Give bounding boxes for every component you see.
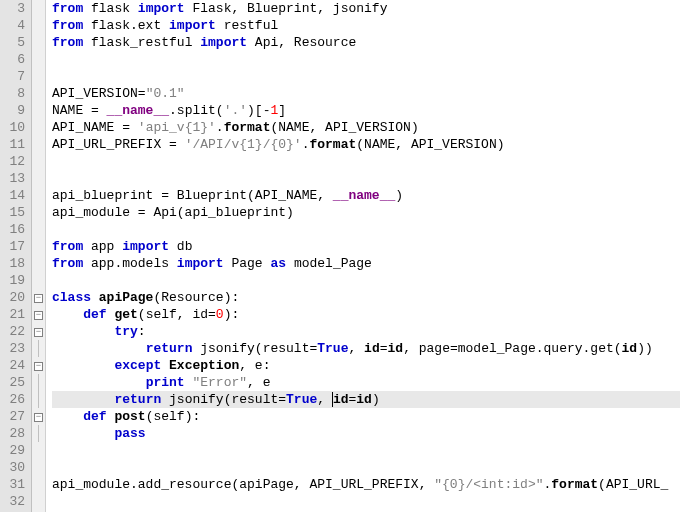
line-number: 4 [4,17,25,34]
code-token: .split( [169,103,224,118]
code-token: return [114,392,169,407]
fold-marker [32,34,45,51]
line-number: 9 [4,102,25,119]
code-token: api_module = Api(api_blueprint) [52,205,294,220]
line-number: 6 [4,51,25,68]
fold-marker [32,340,45,357]
code-line[interactable] [52,153,680,170]
code-line[interactable]: except Exception, e: [52,357,680,374]
fold-marker[interactable]: − [32,357,45,374]
code-token: jsonify(result= [169,392,286,407]
code-token: import [169,18,224,33]
code-token: '/API/v{1}/{0}' [185,137,302,152]
code-token: , [317,392,333,407]
code-line[interactable]: from flask import Flask, Blueprint, json… [52,0,680,17]
code-token: return [146,341,201,356]
code-line[interactable] [52,221,680,238]
code-token: (Resource): [153,290,239,305]
code-line[interactable]: NAME = __name__.split('.')[-1] [52,102,680,119]
code-token [52,375,146,390]
fold-minus-icon[interactable]: − [34,413,43,422]
code-line[interactable]: class apiPage(Resource): [52,289,680,306]
code-line[interactable]: pass [52,425,680,442]
fold-marker [32,136,45,153]
fold-minus-icon[interactable]: − [34,294,43,303]
code-token: api_module.add_resource(apiPage, API_URL… [52,477,434,492]
code-token: import [122,239,177,254]
line-number: 23 [4,340,25,357]
code-token: "0.1" [146,86,185,101]
code-line[interactable] [52,442,680,459]
fold-marker[interactable]: − [32,289,45,306]
code-line[interactable] [52,272,680,289]
code-line[interactable]: try: [52,323,680,340]
fold-marker [32,255,45,272]
fold-minus-icon[interactable]: − [34,311,43,320]
code-line[interactable]: def post(self): [52,408,680,425]
code-editor[interactable]: from flask import Flask, Blueprint, json… [46,0,680,512]
line-number: 12 [4,153,25,170]
code-line[interactable]: print "Error", e [52,374,680,391]
code-token: flask_restful [91,35,200,50]
code-line[interactable] [52,51,680,68]
code-line[interactable]: api_module = Api(api_blueprint) [52,204,680,221]
line-number: 3 [4,0,25,17]
code-token: id [622,341,638,356]
code-line[interactable]: from app.models import Page as model_Pag… [52,255,680,272]
code-token: format [224,120,271,135]
code-token: . [216,120,224,135]
code-token: , [348,341,364,356]
code-line[interactable] [52,68,680,85]
code-line[interactable]: API_VERSION="0.1" [52,85,680,102]
fold-marker [32,374,45,391]
line-number: 27 [4,408,25,425]
code-token: def [83,307,114,322]
line-number: 31 [4,476,25,493]
line-number: 28 [4,425,25,442]
code-token: from [52,239,91,254]
code-token [52,426,114,441]
code-token: "Error" [192,375,247,390]
fold-minus-icon[interactable]: − [34,328,43,337]
line-number: 21 [4,306,25,323]
code-line[interactable]: api_blueprint = Blueprint(API_NAME, __na… [52,187,680,204]
fold-marker [32,187,45,204]
code-token: Exception [169,358,239,373]
line-number: 16 [4,221,25,238]
fold-marker[interactable]: − [32,323,45,340]
code-token [52,341,146,356]
code-token: Flask, Blueprint, jsonify [192,1,387,16]
code-token: flask.ext [91,18,169,33]
fold-marker [32,85,45,102]
code-token [52,324,114,339]
code-line[interactable] [52,170,680,187]
fold-marker [32,442,45,459]
code-line[interactable]: def get(self, id=0): [52,306,680,323]
code-line[interactable] [52,459,680,476]
code-line[interactable]: API_NAME = 'api_v{1}'.format(NAME, API_V… [52,119,680,136]
code-line[interactable]: return jsonify(result=True, id=id, page=… [52,340,680,357]
fold-marker[interactable]: − [32,408,45,425]
line-number: 8 [4,85,25,102]
code-line[interactable]: return jsonify(result=True, id=id) [52,391,680,408]
code-line[interactable]: API_URL_PREFIX = '/API/v{1}/{0}'.format(… [52,136,680,153]
code-token: API_URL_PREFIX = [52,137,185,152]
code-token: , e: [239,358,270,373]
fold-marker [32,425,45,442]
line-number: 25 [4,374,25,391]
line-number: 11 [4,136,25,153]
code-line[interactable]: from flask_restful import Api, Resource [52,34,680,51]
fold-marker[interactable]: − [32,306,45,323]
code-token: : [138,324,146,339]
code-line[interactable] [52,493,680,510]
code-line[interactable]: api_module.add_resource(apiPage, API_URL… [52,476,680,493]
code-token: id [364,341,380,356]
code-line[interactable]: from app import db [52,238,680,255]
code-token: api_blueprint = Blueprint(API_NAME, [52,188,333,203]
code-token: id [333,392,349,407]
code-line[interactable]: from flask.ext import restful [52,17,680,34]
code-token: , page=model_Page.query.get( [403,341,621,356]
code-token: import [200,35,255,50]
line-number: 29 [4,442,25,459]
fold-minus-icon[interactable]: − [34,362,43,371]
